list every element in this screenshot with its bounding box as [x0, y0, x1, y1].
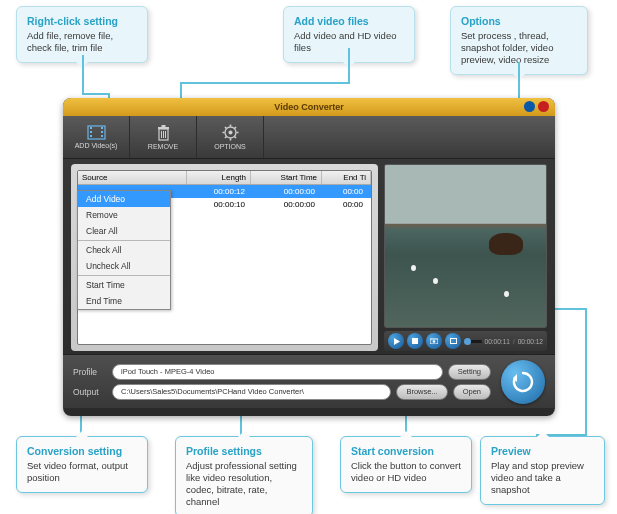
options-button[interactable]: OPTIONS: [197, 116, 264, 158]
snapshot-button[interactable]: [426, 333, 442, 349]
svg-line-20: [234, 137, 235, 138]
connector: [348, 48, 350, 84]
svg-marker-23: [394, 338, 400, 345]
file-list-panel: Source Length Start Time End Ti 00:00:12…: [71, 164, 378, 351]
menu-uncheck-all[interactable]: Uncheck All: [78, 258, 170, 274]
callout-preview: Preview Play and stop preview video and …: [480, 436, 605, 505]
callout-profile: Profile settings Adjust professional set…: [175, 436, 313, 514]
profile-select[interactable]: iPod Touch - MPEG-4 Video: [112, 364, 443, 380]
menu-separator: [78, 240, 170, 241]
profile-label: Profile: [73, 367, 107, 377]
open-button[interactable]: Open: [453, 384, 491, 400]
callout-title: Add video files: [294, 15, 404, 27]
svg-rect-9: [161, 125, 165, 127]
col-source: Source: [78, 171, 187, 184]
time-total: 00:00:12: [518, 338, 543, 345]
bottom-panel: Profile iPod Touch - MPEG-4 Video Settin…: [63, 354, 555, 408]
svg-rect-1: [90, 127, 92, 129]
film-add-icon: [87, 125, 106, 140]
profile-row: Profile iPod Touch - MPEG-4 Video Settin…: [73, 364, 491, 380]
toolbar: ADD Video(s) REMOVE OPTIONS: [63, 116, 555, 159]
seek-bar[interactable]: [464, 340, 482, 343]
close-button[interactable]: [538, 101, 549, 112]
menu-end-time[interactable]: End Time: [78, 293, 170, 309]
browse-button[interactable]: Browse...: [396, 384, 447, 400]
output-row: Output C:\Users\Sales5\Documents\PCHand …: [73, 384, 491, 400]
svg-rect-4: [101, 127, 103, 129]
menu-separator: [78, 275, 170, 276]
callout-title: Right-click setting: [27, 15, 137, 27]
titlebar: Video Converter: [63, 98, 555, 116]
svg-point-26: [433, 340, 436, 343]
menu-remove[interactable]: Remove: [78, 207, 170, 223]
app-title: Video Converter: [274, 102, 343, 112]
video-preview[interactable]: [384, 164, 547, 328]
app-window: Video Converter ADD Video(s) REMOVE OPTI…: [63, 98, 555, 416]
callout-start: Start conversion Click the button to con…: [340, 436, 472, 493]
callout-conversion: Conversion setting Set video format, out…: [16, 436, 148, 493]
output-path[interactable]: C:\Users\Sales5\Documents\PCHand Video C…: [112, 384, 391, 400]
time-current: 00:00:11: [485, 338, 510, 345]
svg-rect-5: [101, 131, 103, 133]
content-area: Source Length Start Time End Ti 00:00:12…: [63, 159, 555, 354]
fullscreen-button[interactable]: [445, 333, 461, 349]
col-start: Start Time: [251, 171, 322, 184]
connector: [82, 55, 84, 93]
window-buttons: [524, 101, 549, 112]
preview-panel: 00:00:11 / 00:00:12: [384, 164, 547, 351]
toolbar-label: OPTIONS: [214, 143, 246, 150]
toolbar-label: ADD Video(s): [75, 142, 118, 149]
callout-title: Start conversion: [351, 445, 461, 457]
callout-title: Options: [461, 15, 577, 27]
svg-rect-27: [450, 339, 456, 344]
setting-button[interactable]: Setting: [448, 364, 491, 380]
svg-rect-24: [412, 338, 418, 344]
svg-rect-8: [158, 127, 169, 129]
callout-title: Conversion setting: [27, 445, 137, 457]
add-video-button[interactable]: ADD Video(s): [63, 116, 130, 158]
callout-desc: Click the button to convert video or HD …: [351, 460, 461, 484]
svg-rect-2: [90, 131, 92, 133]
output-fields: Profile iPod Touch - MPEG-4 Video Settin…: [73, 364, 491, 400]
svg-rect-6: [101, 135, 103, 137]
col-end: End Ti: [322, 171, 371, 184]
col-length: Length: [187, 171, 251, 184]
toolbar-label: REMOVE: [148, 143, 178, 150]
menu-start-time[interactable]: Start Time: [78, 277, 170, 293]
menu-check-all[interactable]: Check All: [78, 242, 170, 258]
callout-desc: Play and stop preview video and take a s…: [491, 460, 594, 496]
callout-desc: Set process , thread, snapshot folder, v…: [461, 30, 577, 66]
svg-point-14: [228, 131, 232, 135]
video-frame-bear: [489, 233, 523, 255]
callout-title: Profile settings: [186, 445, 302, 457]
connector: [180, 82, 350, 84]
stop-button[interactable]: [407, 333, 423, 349]
menu-clear-all[interactable]: Clear All: [78, 223, 170, 239]
callout-desc: Add file, remove file, check file, trim …: [27, 30, 137, 54]
svg-line-19: [225, 127, 226, 128]
convert-refresh-icon: [511, 370, 535, 394]
player-controls: 00:00:11 / 00:00:12: [384, 331, 547, 351]
connector: [82, 93, 108, 95]
convert-button[interactable]: [501, 360, 545, 404]
trash-icon: [156, 125, 171, 141]
svg-line-21: [225, 137, 226, 138]
svg-rect-3: [90, 135, 92, 137]
gear-icon: [222, 124, 239, 141]
table-header: Source Length Start Time End Ti: [78, 171, 371, 185]
minimize-button[interactable]: [524, 101, 535, 112]
callout-title: Preview: [491, 445, 594, 457]
remove-button[interactable]: REMOVE: [130, 116, 197, 158]
callout-desc: Set video format, output position: [27, 460, 137, 484]
callout-desc: Adjust professional setting like video r…: [186, 460, 302, 508]
menu-add-video[interactable]: Add Video: [78, 191, 170, 207]
context-menu: Add Video Remove Clear All Check All Unc…: [77, 190, 171, 310]
output-label: Output: [73, 387, 107, 397]
svg-line-22: [234, 127, 235, 128]
play-button[interactable]: [388, 333, 404, 349]
connector: [585, 308, 587, 436]
